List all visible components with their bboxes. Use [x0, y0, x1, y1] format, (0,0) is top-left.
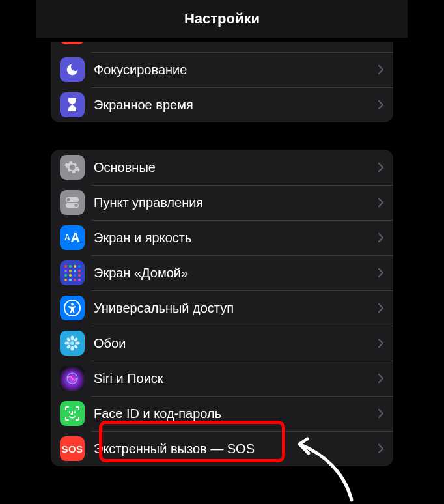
toggles-icon — [60, 190, 85, 215]
svg-point-3 — [75, 204, 78, 207]
accessibility-icon — [60, 296, 85, 320]
row-display[interactable]: AA Экран и яркость — [51, 220, 393, 255]
page-title: Настройки — [184, 10, 260, 27]
row-siri[interactable]: Siri и Поиск — [51, 361, 393, 396]
svg-point-9 — [64, 342, 69, 345]
svg-point-6 — [70, 341, 74, 345]
row-label: Фокусирование — [94, 63, 378, 77]
row-home-screen[interactable]: Экран «Домой» — [51, 255, 393, 290]
row-unknown-cut[interactable] — [51, 42, 393, 52]
row-label: Обои — [94, 336, 378, 351]
chevron-right-icon — [378, 100, 384, 110]
svg-point-11 — [66, 337, 72, 343]
svg-point-5 — [71, 303, 74, 306]
svg-point-14 — [66, 344, 72, 350]
svg-point-13 — [74, 337, 79, 343]
row-label: Face ID и код-пароль — [94, 406, 378, 421]
chevron-right-icon — [378, 443, 384, 454]
gear-icon — [60, 155, 85, 180]
row-label: Экран и яркость — [94, 231, 378, 245]
sos-icon: SOS — [60, 436, 85, 461]
chevron-right-icon — [378, 303, 384, 313]
moon-icon — [60, 57, 85, 82]
settings-screen: Настройки Фокусирование Экранное — [36, 0, 408, 504]
row-label: Универсальный доступ — [94, 301, 378, 316]
sos-icon-text: SOS — [61, 443, 83, 455]
content-scroll[interactable]: Фокусирование Экранное время — [36, 38, 408, 466]
row-label: Экран «Домой» — [94, 266, 378, 281]
chevron-right-icon — [378, 64, 384, 75]
row-faceid[interactable]: Face ID и код-пароль — [51, 396, 393, 431]
nav-header: Настройки — [36, 0, 408, 38]
svg-point-1 — [67, 198, 70, 201]
row-focus[interactable]: Фокусирование — [51, 52, 393, 87]
settings-group-2: Основные Пункт управления — [51, 150, 393, 466]
chevron-right-icon — [378, 162, 384, 173]
hourglass-icon — [60, 92, 85, 117]
row-label: Экстренный вызов — SOS — [94, 441, 378, 456]
chevron-right-icon — [378, 338, 384, 348]
row-general[interactable]: Основные — [51, 150, 393, 185]
textsize-icon: AA — [60, 225, 85, 250]
svg-point-7 — [71, 335, 74, 340]
row-screentime[interactable]: Экранное время — [51, 87, 393, 122]
faceid-icon — [60, 401, 85, 426]
row-label: Siri и Поиск — [94, 371, 378, 386]
svg-point-12 — [74, 344, 79, 350]
chevron-right-icon — [378, 197, 384, 208]
row-label: Пункт управления — [94, 195, 378, 210]
flower-icon — [60, 331, 85, 356]
svg-point-8 — [71, 346, 74, 350]
row-control-center[interactable]: Пункт управления — [51, 185, 393, 220]
chevron-right-icon — [378, 232, 384, 243]
row-label: Основные — [94, 160, 378, 175]
settings-group-1: Фокусирование Экранное время — [51, 42, 393, 122]
row-accessibility[interactable]: Универсальный доступ — [51, 290, 393, 326]
chevron-right-icon — [378, 268, 384, 278]
unknown-icon — [60, 42, 85, 44]
row-sos[interactable]: SOS Экстренный вызов — SOS — [51, 431, 393, 466]
app-grid-icon — [60, 260, 85, 285]
svg-point-10 — [75, 342, 79, 345]
row-wallpaper[interactable]: Обои — [51, 326, 393, 361]
siri-icon — [60, 366, 85, 391]
chevron-right-icon — [378, 408, 384, 419]
chevron-right-icon — [378, 373, 384, 384]
row-label: Экранное время — [94, 98, 378, 113]
